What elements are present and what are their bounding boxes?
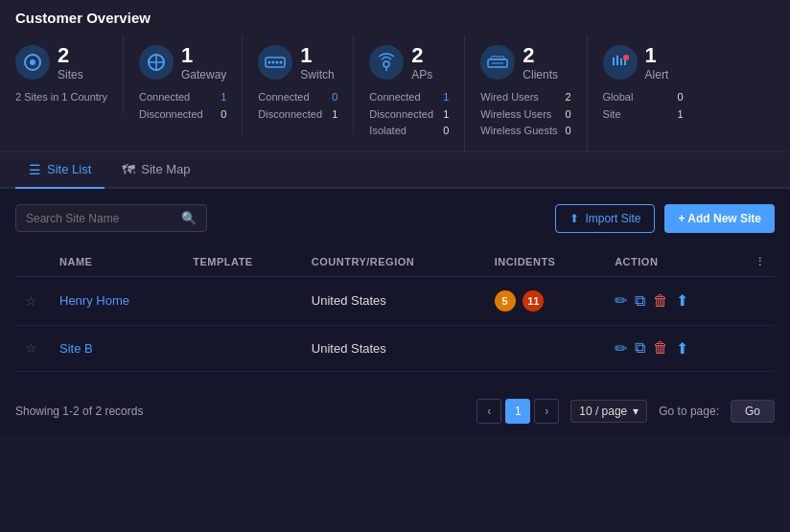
star-icon[interactable]: ☆	[25, 340, 37, 356]
stats-row: 2 Sites 2 Sites in 1 Country 1 Gatewa	[15, 35, 775, 151]
next-page-button[interactable]: ›	[534, 399, 559, 424]
col-country: COUNTRY/REGION	[302, 248, 485, 277]
upload-icon: ⬆	[569, 212, 579, 225]
aps-connected: 1	[443, 89, 449, 106]
alert-label: Alert	[645, 68, 669, 81]
edit-icon[interactable]: ✏	[615, 291, 627, 310]
gateway-count: 1	[181, 43, 226, 68]
delete-icon[interactable]: 🗑	[653, 292, 668, 310]
import-site-button[interactable]: ⬆ Import Site	[555, 204, 655, 233]
add-new-site-button[interactable]: + Add New Site	[664, 204, 775, 233]
switch-connected: 0	[332, 89, 337, 106]
sites-desc: 2 Sites in 1 Country	[15, 91, 107, 103]
export-icon[interactable]: ⬆	[676, 291, 688, 310]
svg-point-10	[383, 61, 389, 67]
tab-site-map[interactable]: 🗺 Site Map	[108, 152, 203, 189]
col-action: ACTION	[605, 248, 744, 277]
gateway-icon	[139, 45, 174, 80]
more-options-icon[interactable]: ⋮	[755, 256, 766, 267]
svg-rect-13	[491, 57, 504, 59]
tab-site-list[interactable]: ☰ Site List	[15, 152, 105, 189]
col-incidents: INCIDENTS	[485, 248, 606, 277]
clients-wired: 2	[565, 89, 570, 106]
clients-label: Clients	[523, 68, 558, 81]
clients-wireless: 0	[565, 106, 570, 124]
site-table: NAME TEMPLATE COUNTRY/REGION INCIDENTS A…	[15, 248, 775, 372]
country-site-b: United States	[302, 325, 485, 371]
toolbar: 🔍 ⬆ Import Site + Add New Site	[15, 204, 775, 233]
search-input[interactable]	[26, 212, 175, 225]
gateway-label: Gateway	[181, 68, 226, 81]
table-row: ☆ Henry Home United States 5 11 ✏ ⧉ 🗑 ⬆	[15, 276, 775, 325]
switch-count: 1	[300, 43, 334, 68]
col-more: ⋮	[745, 248, 776, 277]
svg-point-1	[30, 59, 35, 65]
stat-alert: 1 Alert Global 0 Site 1	[603, 35, 699, 134]
pagination-bar: Showing 1-2 of 2 records ‹ 1 › 10 / page…	[0, 387, 790, 435]
svg-point-7	[272, 61, 275, 64]
aps-isolated: 0	[443, 123, 449, 140]
col-star	[15, 248, 50, 277]
page-size-select[interactable]: 10 / page ▾	[570, 400, 647, 423]
stat-gateway: 1 Gateway Connected 1 Disconnected 0	[139, 35, 243, 134]
main-content: 🔍 ⬆ Import Site + Add New Site NAME TEMP…	[0, 189, 790, 387]
page-1-button[interactable]: 1	[505, 399, 530, 424]
clients-count: 2	[523, 43, 558, 68]
gateway-disconnected: 0	[221, 106, 226, 124]
aps-disconnected: 1	[443, 106, 449, 124]
switch-icon	[258, 45, 292, 80]
aps-label: APs	[411, 68, 432, 81]
table-row: ☆ Site B United States ✏ ⧉ 🗑 ⬆	[15, 325, 775, 371]
svg-point-8	[276, 61, 279, 64]
switch-label: Switch	[300, 68, 334, 81]
sites-count: 2	[58, 43, 83, 68]
sites-icon	[15, 45, 50, 80]
copy-icon[interactable]: ⧉	[635, 339, 645, 357]
switch-disconnected: 1	[332, 106, 337, 124]
incident-badge-red: 11	[523, 290, 544, 312]
go-button[interactable]: Go	[731, 400, 775, 423]
svg-point-9	[280, 61, 283, 64]
edit-icon[interactable]: ✏	[615, 339, 627, 358]
pagination-info: Showing 1-2 of 2 records	[15, 405, 465, 418]
incident-badge-orange: 5	[495, 290, 516, 312]
svg-point-19	[623, 55, 629, 60]
stat-clients: 2 Clients Wired Users 2 Wireless Users 0…	[480, 35, 587, 151]
stat-sites: 2 Sites 2 Sites in 1 Country	[15, 35, 124, 114]
copy-icon[interactable]: ⧉	[635, 292, 645, 310]
gateway-connected: 1	[221, 89, 226, 106]
country-henry-home: United States	[302, 276, 485, 325]
site-name-henry-home[interactable]: Henry Home	[59, 293, 129, 308]
alert-count: 1	[645, 43, 669, 68]
list-icon: ☰	[29, 162, 41, 177]
goto-label: Go to page:	[659, 405, 719, 418]
alert-site: 1	[677, 106, 683, 124]
page-nav: ‹ 1 ›	[476, 399, 559, 424]
aps-count: 2	[411, 43, 432, 68]
alert-icon	[603, 45, 638, 80]
template-site-b	[183, 325, 302, 371]
site-name-site-b[interactable]: Site B	[59, 341, 93, 356]
alert-global: 0	[677, 89, 683, 106]
prev-page-button[interactable]: ‹	[476, 399, 501, 424]
header: Customer Overview 2 Sites 2 Sites in 1 C…	[0, 0, 790, 152]
col-template: TEMPLATE	[183, 248, 302, 277]
delete-icon[interactable]: 🗑	[653, 339, 668, 357]
stat-switch: 1 Switch Connected 0 Disconnected 1	[258, 35, 354, 134]
col-name: NAME	[50, 248, 183, 277]
template-henry-home	[183, 276, 302, 325]
map-icon: 🗺	[122, 162, 135, 177]
aps-icon	[369, 45, 404, 80]
page-title: Customer Overview	[15, 10, 775, 26]
search-box[interactable]: 🔍	[15, 204, 207, 232]
search-icon: 🔍	[181, 211, 197, 225]
sites-label: Sites	[58, 68, 83, 81]
clients-icon	[480, 45, 515, 80]
nav-tabs: ☰ Site List 🗺 Site Map	[0, 152, 790, 189]
clients-guests: 0	[565, 123, 570, 140]
stat-aps: 2 APs Connected 1 Disconnected 1 Isolate…	[369, 35, 465, 151]
export-icon[interactable]: ⬆	[676, 339, 688, 358]
svg-point-6	[268, 61, 271, 64]
chevron-down-icon: ▾	[633, 405, 639, 418]
star-icon[interactable]: ☆	[25, 293, 37, 309]
